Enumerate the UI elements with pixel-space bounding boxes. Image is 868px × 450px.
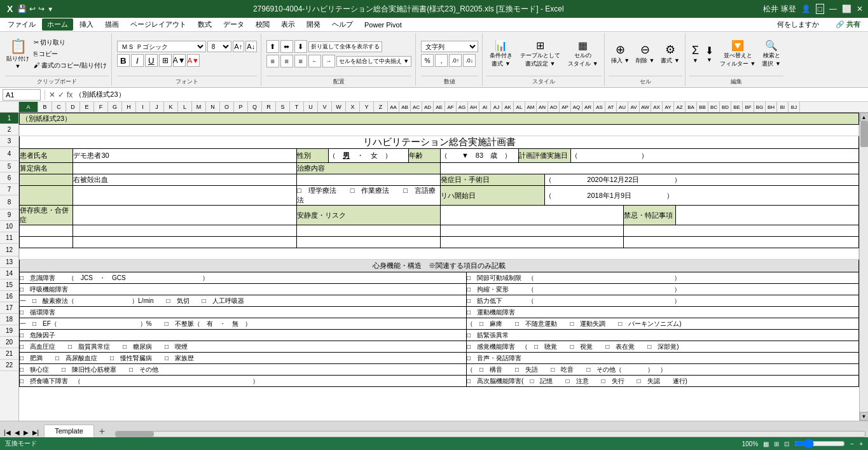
col-header-ak[interactable]: AK — [502, 102, 514, 112]
row-number-6[interactable]: 6 — [0, 172, 18, 184]
cell-row22-left[interactable]: □ 摂食嚥下障害 （ ） — [20, 376, 467, 387]
comma-button[interactable]: , — [435, 54, 448, 67]
cell-gender-label[interactable]: 性別 — [297, 149, 329, 163]
row-number-22[interactable]: 22 — [0, 360, 18, 371]
row-number-2[interactable]: 2 — [0, 124, 18, 136]
decrease-font-button[interactable]: A↓ — [245, 41, 257, 52]
cell-contraindication-label[interactable]: 禁忌・特記事項 — [623, 206, 675, 225]
row-number-18[interactable]: 18 — [0, 314, 18, 325]
cell-row19-right[interactable]: □ 感覚機能障害 （ □ 聴覚 □ 視覚 □ 表在覚 □ 深部覚) — [467, 341, 859, 353]
cell-row19-left[interactable]: □ 高血圧症 □ 脂質異常症 □ 糖尿病 □ 喫煙 — [20, 341, 467, 353]
col-header-bh[interactable]: BH — [766, 102, 777, 112]
cell-row10-a[interactable] — [20, 237, 73, 248]
insert-cells-button[interactable]: ⊕ 挿入 ▼ — [609, 41, 632, 66]
cell-diag-label2[interactable] — [20, 174, 73, 186]
bold-button[interactable]: B — [117, 54, 130, 67]
col-header-w[interactable]: W — [332, 102, 346, 112]
align-center-button[interactable]: ≡ — [280, 55, 293, 67]
view-break-button[interactable]: ⊡ — [784, 440, 789, 447]
find-select-button[interactable]: 🔍 検索と 選択 ▼ — [759, 38, 783, 69]
col-header-az[interactable]: AZ — [674, 102, 685, 112]
col-header-x[interactable]: X — [346, 102, 360, 112]
menu-review[interactable]: 校閲 — [251, 18, 275, 31]
horizontal-scrollbar[interactable] — [115, 431, 865, 437]
cell-age-value[interactable]: （ ▼ 83 歳 ） — [440, 149, 518, 163]
col-header-aa[interactable]: AA — [388, 102, 399, 112]
cell-row2[interactable] — [20, 125, 859, 136]
decrease-indent-button[interactable]: ← — [308, 55, 321, 67]
cell-row17-left[interactable]: 一 □ EF（ ）% □ 不整脈（ 有 ・ 無 ） — [20, 318, 467, 330]
scroll-down-button[interactable]: ▼ — [860, 412, 869, 421]
zoom-in-button[interactable]: + — [859, 440, 863, 447]
col-header-am[interactable]: AM — [525, 102, 537, 112]
fill-color-button[interactable]: A▼ — [173, 54, 186, 67]
col-header-ao[interactable]: AO — [548, 102, 560, 112]
cell-comorbidity-area[interactable] — [73, 206, 297, 225]
row-number-4[interactable]: 4 — [0, 147, 18, 161]
format-painter-button[interactable]: 🖌書式のコピー/貼り付け — [32, 60, 109, 71]
row-number-9[interactable]: 9 — [0, 209, 18, 221]
cell-title[interactable]: リハビリテーション総合実施計画書 — [20, 136, 859, 149]
col-header-af[interactable]: AF — [445, 102, 457, 112]
col-header-at[interactable]: AT — [605, 102, 617, 112]
col-header-bg[interactable]: BG — [754, 102, 766, 112]
insert-function-icon[interactable]: fx — [67, 90, 72, 99]
cell-row21-right[interactable]: （ □ 構音 □ 失語 □ 吃音 □ その他（ ） ） — [467, 364, 859, 376]
decrease-decimal-button[interactable]: .0↓ — [463, 54, 476, 67]
col-header-z[interactable]: Z — [374, 102, 388, 112]
row-number-3[interactable]: 3 — [0, 136, 18, 147]
col-header-aw[interactable]: AW — [640, 102, 651, 112]
col-header-u[interactable]: U — [304, 102, 318, 112]
cell-contraindication-area[interactable] — [675, 206, 858, 225]
cell-styles-button[interactable]: ▦ セルの スタイル ▼ — [565, 38, 601, 70]
sheet-tab-template[interactable]: Template — [44, 425, 94, 437]
col-header-f[interactable]: F — [94, 102, 108, 112]
col-header-bf[interactable]: BF — [743, 102, 754, 112]
col-header-ba[interactable]: BA — [685, 102, 697, 112]
cell-diag-row7[interactable] — [73, 186, 297, 206]
cell-diagnosis-area[interactable] — [73, 163, 297, 174]
col-header-v[interactable]: V — [318, 102, 332, 112]
menu-insert[interactable]: 挿入 — [74, 18, 99, 31]
paste-button[interactable]: 📋 貼り付け ▼ — [5, 33, 31, 74]
h-scroll-thumb[interactable] — [116, 432, 154, 437]
menu-search[interactable]: 何をしますか — [772, 18, 824, 31]
cell-diag-label3[interactable] — [20, 186, 73, 206]
add-sheet-button[interactable]: + — [95, 426, 109, 437]
cell-row15-left[interactable]: 一 □ 酸素療法（ ）L/min □ 気切 □ 人工呼吸器 — [20, 295, 467, 307]
h-scroll-track[interactable] — [115, 431, 865, 437]
align-top-button[interactable]: ⬆ — [266, 40, 279, 53]
col-header-t[interactable]: T — [290, 102, 304, 112]
col-header-be[interactable]: BE — [731, 102, 743, 112]
menu-page-layout[interactable]: ページレイアウト — [125, 18, 191, 31]
col-header-aj[interactable]: AJ — [491, 102, 502, 112]
redo-icon[interactable]: ↪ — [38, 4, 45, 13]
align-middle-button[interactable]: ⬌ — [280, 40, 293, 53]
cell-row9-e[interactable] — [623, 225, 858, 237]
cell-onset-value[interactable]: （ 2020年12月22日 ） — [545, 174, 859, 186]
menu-home[interactable]: ホーム — [42, 18, 73, 31]
row-number-14[interactable]: 14 — [0, 268, 18, 279]
col-header-a[interactable]: A — [19, 102, 38, 112]
row-number-21[interactable]: 21 — [0, 348, 18, 360]
conditional-format-button[interactable]: 📊 条件付き 書式 ▼ — [486, 38, 516, 70]
view-layout-button[interactable]: ⊞ — [774, 440, 779, 447]
save-icon[interactable]: 💾 — [17, 4, 27, 13]
confirm-formula-icon[interactable]: ✓ — [58, 90, 64, 99]
cell-row22-right[interactable]: □ 高次脳機能障害( □ 記憶 □ 注意 □ 失行 □ 失認 遂行) — [467, 376, 859, 387]
col-header-av[interactable]: AV — [628, 102, 640, 112]
cell-row11[interactable] — [20, 248, 859, 260]
close-button[interactable]: ✕ — [857, 4, 863, 13]
col-header-as[interactable]: AS — [594, 102, 605, 112]
cell-patient-name[interactable]: デモ患者30 — [73, 149, 297, 163]
col-header-y[interactable]: Y — [360, 102, 374, 112]
menu-share[interactable]: 🔗 共有 — [830, 18, 865, 31]
row-number-17[interactable]: 17 — [0, 302, 18, 314]
copy-button[interactable]: ⎘コピー — [32, 49, 109, 59]
delete-cells-button[interactable]: ⊖ 削除 ▼ — [633, 41, 657, 66]
col-header-ay[interactable]: AY — [663, 102, 674, 112]
col-header-ag[interactable]: AG — [457, 102, 468, 112]
cell-treatment-row6[interactable] — [297, 174, 441, 186]
row-number-1[interactable]: 1 — [0, 113, 18, 124]
wrap-text-button[interactable]: 折り返して全体を表示する — [308, 41, 382, 52]
